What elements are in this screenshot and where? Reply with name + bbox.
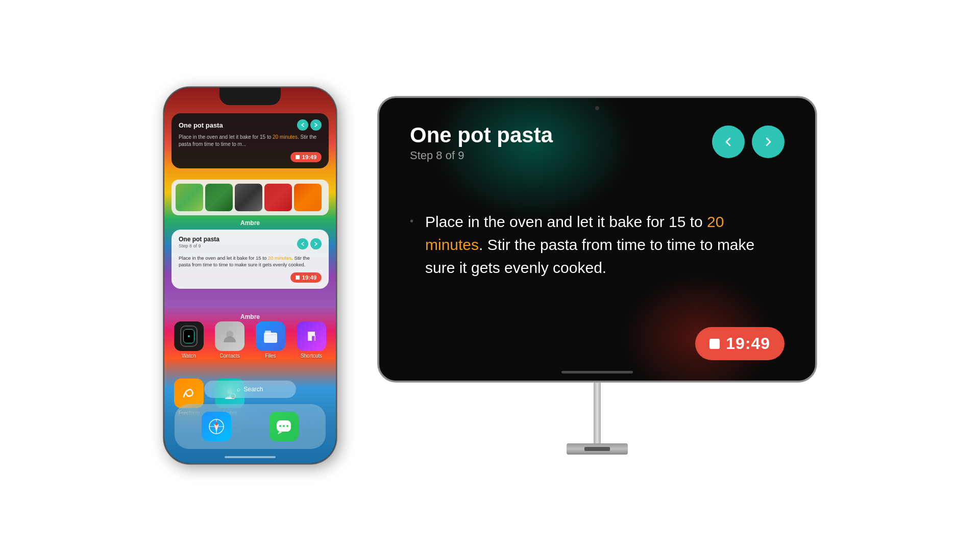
camera-dot xyxy=(595,106,599,110)
next-button-2[interactable] xyxy=(310,238,322,249)
prev-button-top[interactable] xyxy=(297,119,308,131)
stop-icon-2 xyxy=(296,276,300,280)
nav-buttons-2 xyxy=(297,238,322,249)
ambre-label-1: Ambre xyxy=(164,219,336,227)
files-app-icon xyxy=(256,321,285,351)
recipe-widget-2: One pot pasta Step 8 of 9 xyxy=(172,230,329,289)
home-indicator xyxy=(225,456,276,458)
landscape-device: One pot pasta Step 8 of 9 xyxy=(378,96,817,382)
phone-wrapper: One pot pasta Place in the oven and let … xyxy=(163,87,337,464)
timer-button-top[interactable]: 19:49 xyxy=(290,152,322,162)
timer-text-top: 19:49 xyxy=(302,154,316,160)
contacts-app-icon xyxy=(215,321,244,351)
recipe-widget-top: One pot pasta Place in the oven and let … xyxy=(172,113,329,168)
app-shortcuts[interactable]: Shortcuts xyxy=(294,321,329,359)
shortcuts-app-icon xyxy=(297,321,326,351)
ambre-label-2: Ambre xyxy=(164,313,336,320)
landscape-recipe-title: One pot pasta xyxy=(410,123,553,147)
app-files[interactable]: Files xyxy=(253,321,288,359)
watch-face-inner xyxy=(183,329,194,343)
timer-button-2[interactable]: 19:49 xyxy=(290,272,322,283)
stand-base-groove xyxy=(584,447,610,451)
watch-label: Watch xyxy=(182,353,196,359)
recipe-body-2: Place in the oven and let it bake for 15… xyxy=(179,255,322,268)
nav-buttons-top xyxy=(297,119,322,131)
watch-face xyxy=(180,325,198,347)
food-photo-1[interactable] xyxy=(176,184,203,211)
next-button-top[interactable] xyxy=(310,119,322,131)
recipe-step-2: Step 8 of 9 xyxy=(179,243,219,248)
food-photo-2[interactable] xyxy=(205,184,233,211)
stand-neck xyxy=(594,382,601,443)
app-grid-row1: Watch Contacts Files xyxy=(172,321,329,359)
landscape-timer[interactable]: 19:49 xyxy=(695,327,785,360)
timer-text-2: 19:49 xyxy=(302,274,316,281)
files-label: Files xyxy=(265,353,276,359)
messages-dock-icon[interactable] xyxy=(269,412,299,441)
landscape-bottom-section: 19:49 xyxy=(410,327,785,360)
food-photo-3[interactable] xyxy=(235,184,262,211)
watch-face-dot xyxy=(188,335,190,337)
stand-base xyxy=(567,443,628,455)
landscape-step: Step 8 of 9 xyxy=(410,149,553,162)
search-text: Search xyxy=(243,386,263,393)
app-contacts[interactable]: Contacts xyxy=(212,321,247,359)
watch-app-icon xyxy=(174,321,204,351)
app-watch[interactable]: Watch xyxy=(172,321,206,359)
landscape-top-section: One pot pasta Step 8 of 9 xyxy=(410,123,785,162)
recipe-title-top: One pot pasta xyxy=(179,121,223,129)
landscape-prev-button[interactable] xyxy=(712,126,745,158)
landscape-title-group: One pot pasta Step 8 of 9 xyxy=(410,123,553,162)
svg-point-13 xyxy=(283,425,285,427)
landscape-nav-buttons xyxy=(712,126,785,158)
landscape-timer-text: 19:49 xyxy=(726,334,770,353)
search-bar[interactable]: ⌕ Search xyxy=(204,381,296,398)
svg-point-12 xyxy=(279,425,281,427)
stop-icon-top xyxy=(296,155,300,159)
landscape-instruction: Place in the oven and let it bake for 15… xyxy=(410,210,785,279)
phone-screen: One pot pasta Place in the oven and let … xyxy=(164,88,336,463)
landscape-screen: One pot pasta Step 8 of 9 xyxy=(379,98,815,381)
landscape-stop-icon xyxy=(709,339,720,349)
food-photo-5[interactable] xyxy=(294,184,322,211)
search-icon: ⌕ xyxy=(237,386,240,393)
food-photo-4[interactable] xyxy=(264,184,292,211)
svg-rect-2 xyxy=(265,331,271,335)
recipe-title-2: One pot pasta xyxy=(179,236,219,243)
svg-point-14 xyxy=(286,425,288,427)
recipe-text-top: Place in the oven and let it bake for 15… xyxy=(179,134,322,148)
landscape-content: One pot pasta Step 8 of 9 xyxy=(379,98,815,381)
prev-button-2[interactable] xyxy=(297,238,308,249)
scene: One pot pasta Place in the oven and let … xyxy=(0,0,980,551)
phone-device: One pot pasta Place in the oven and let … xyxy=(163,87,337,464)
safari-dock-icon[interactable] xyxy=(202,412,231,441)
landscape-next-button[interactable] xyxy=(752,126,785,158)
contacts-label: Contacts xyxy=(219,353,239,359)
shortcuts-label: Shortcuts xyxy=(301,353,322,359)
phone-dock xyxy=(175,404,326,449)
landscape-device-wrapper: One pot pasta Step 8 of 9 xyxy=(378,96,817,455)
photo-strip xyxy=(172,180,329,215)
phone-button-power xyxy=(336,190,337,231)
landscape-home-indicator xyxy=(561,371,633,373)
